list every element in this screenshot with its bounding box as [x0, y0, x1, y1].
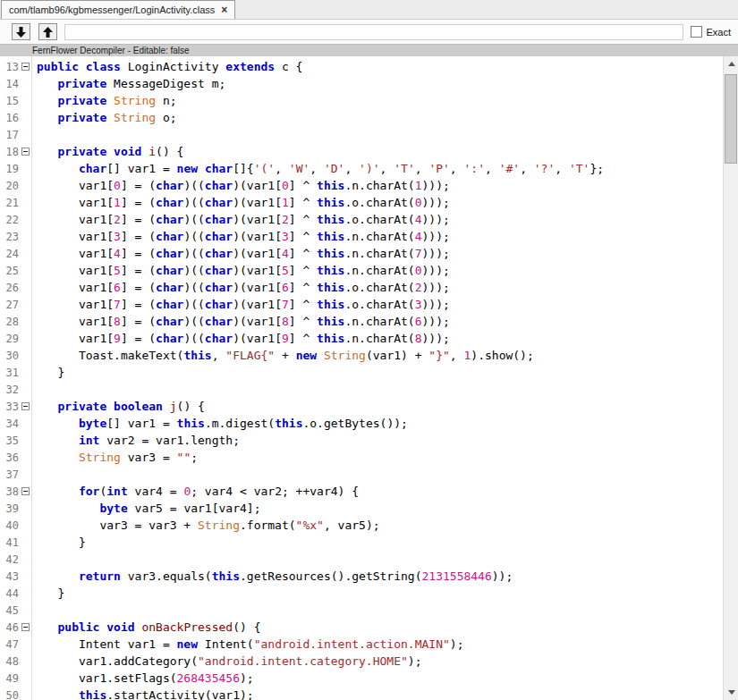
code-line[interactable]: String var3 = ""; [37, 449, 723, 466]
code-token: 5 [114, 264, 121, 277]
code-token: extends [225, 60, 275, 73]
fold-collapse-icon[interactable] [21, 402, 30, 410]
code-token: .n.charAt( [344, 315, 414, 328]
scrollbar-thumb[interactable] [725, 74, 737, 164]
search-input[interactable] [64, 24, 683, 40]
code-line[interactable]: var1[8] = (char)((char)(var1[8] ^ this.n… [37, 313, 723, 330]
code-line[interactable]: } [37, 534, 723, 551]
line-number: 41 [0, 536, 19, 549]
line-number: 19 [0, 163, 19, 175]
gutter-line: 15 [0, 92, 31, 109]
code-token: var1[ [37, 264, 114, 277]
scroll-up-arrow-icon [728, 62, 735, 66]
code-token: char [205, 315, 233, 328]
code-line[interactable]: var1[3] = (char)((char)(var1[3] ^ this.n… [37, 228, 723, 245]
code-line[interactable] [37, 381, 723, 398]
code-token: ))); [422, 230, 450, 243]
code-line[interactable]: for(int var4 = 0; var4 < var2; ++var4) { [37, 483, 723, 500]
code-token: )(( [183, 230, 204, 243]
tab-loginactivity[interactable]: com/tlamb96/kgbmessenger/LoginActivity.c… [1, 0, 235, 19]
code-token: var1[ [37, 332, 114, 345]
code-line[interactable] [37, 126, 723, 143]
code-line[interactable]: } [37, 585, 723, 602]
code-line[interactable]: var3 = var3 + String.format("%x", var5); [37, 517, 723, 534]
code-line[interactable]: private boolean j() { [37, 398, 723, 415]
code-line[interactable]: int var2 = var1.length; [37, 432, 723, 449]
code-token: .n.charAt( [344, 179, 414, 192]
code-token: onBackPressed [141, 620, 233, 634]
gutter-line: 46 [0, 619, 31, 636]
code-token: 3 [282, 230, 289, 243]
code-line[interactable]: var1[1] = (char)((char)(var1[1] ^ this.o… [37, 194, 723, 211]
code-token: ; var4 < var2; ++var4) { [191, 485, 359, 498]
decompiler-header-label: FernFlower Decompiler - Editable: false [32, 46, 190, 55]
fold-collapse-icon[interactable] [21, 623, 30, 631]
code-line[interactable]: private String o; [37, 109, 723, 126]
code-content[interactable]: public class LoginActivity extends c { p… [32, 56, 723, 700]
gutter-line: 41 [0, 534, 31, 551]
search-previous-button[interactable] [38, 23, 57, 40]
code-token: public [37, 60, 79, 73]
code-token: char [156, 179, 183, 192]
exact-checkbox[interactable] [691, 26, 702, 38]
code-token: n; [156, 94, 176, 107]
scroll-up-button[interactable] [724, 56, 738, 72]
fold-collapse-icon[interactable] [21, 63, 30, 71]
code-line[interactable] [37, 602, 723, 619]
code-line[interactable]: var1.setFlags(268435456); [37, 670, 723, 687]
code-token: ))); [422, 196, 450, 209]
code-line[interactable]: var1[4] = (char)((char)(var1[4] ^ this.n… [37, 245, 723, 262]
code-line[interactable]: var1[2] = (char)((char)(var1[2] ^ this.o… [37, 211, 723, 228]
code-line[interactable]: var1[6] = (char)((char)(var1[6] ^ this.o… [37, 279, 723, 296]
code-token: 7 [415, 247, 422, 260]
scroll-down-button[interactable] [724, 685, 738, 700]
line-number-gutter: 1314151617181920212223242526272829303132… [0, 56, 32, 700]
code-token: Toast.makeText( [37, 349, 183, 362]
code-token: this [317, 179, 344, 192]
code-line[interactable] [37, 466, 723, 483]
code-line[interactable] [37, 551, 723, 568]
code-line[interactable]: public class LoginActivity extends c { [37, 58, 723, 75]
tab-close-icon[interactable]: × [221, 4, 227, 15]
code-line[interactable]: Toast.makeText(this, "FLAG{" + new Strin… [37, 347, 723, 364]
code-line[interactable]: private String n; [37, 92, 723, 109]
code-token [317, 349, 324, 362]
arrow-up-icon [43, 27, 53, 38]
vertical-scrollbar[interactable] [723, 56, 738, 700]
code-line[interactable]: } [37, 364, 723, 381]
code-line[interactable]: byte[] var1 = this.m.digest(this.o.getBy… [37, 415, 723, 432]
exact-match-toggle[interactable]: Exact [691, 26, 731, 38]
gutter-line: 24 [0, 245, 31, 262]
code-line[interactable]: var1[5] = (char)((char)(var1[5] ^ this.n… [37, 262, 723, 279]
code-token: 8 [415, 332, 422, 345]
fold-collapse-icon[interactable] [21, 487, 30, 495]
code-line[interactable]: public void onBackPressed() { [37, 619, 723, 636]
code-token: .o.getBytes()); [302, 417, 407, 430]
code-token: 4 [415, 213, 422, 226]
code-token: var1[ [37, 315, 114, 328]
code-line[interactable]: char[] var1 = new char[]{'(', 'W', 'D', … [37, 160, 723, 177]
search-next-button[interactable] [12, 23, 30, 40]
code-token: + [275, 349, 295, 362]
code-token: char [205, 213, 233, 226]
code-line[interactable]: return var3.equals(this.getResources().g… [37, 568, 723, 585]
code-line[interactable]: Intent var1 = new Intent("android.intent… [37, 636, 723, 653]
code-line[interactable]: private void i() { [37, 143, 723, 160]
code-line[interactable]: var1.addCategory("android.intent.categor… [37, 653, 723, 670]
code-token: ); [240, 671, 254, 685]
code-line[interactable]: this.startActivity(var1); [37, 687, 723, 700]
code-token: this [183, 349, 211, 362]
code-line[interactable]: byte var5 = var1[var4]; [37, 500, 723, 517]
code-line[interactable]: var1[9] = (char)((char)(var1[9] ^ this.n… [37, 330, 723, 347]
line-number: 21 [0, 197, 19, 209]
code-token: this [317, 230, 344, 243]
code-token: 5 [282, 264, 289, 277]
fold-collapse-icon[interactable] [21, 148, 30, 156]
line-number: 28 [0, 316, 19, 328]
code-line[interactable]: private MessageDigest m; [37, 75, 723, 92]
line-number: 39 [0, 502, 19, 515]
code-line[interactable]: var1[7] = (char)((char)(var1[7] ^ this.o… [37, 296, 723, 313]
code-line[interactable]: var1[0] = (char)((char)(var1[0] ^ this.n… [37, 177, 723, 194]
line-number: 49 [0, 672, 19, 685]
code-token: .n.charAt( [344, 332, 414, 345]
